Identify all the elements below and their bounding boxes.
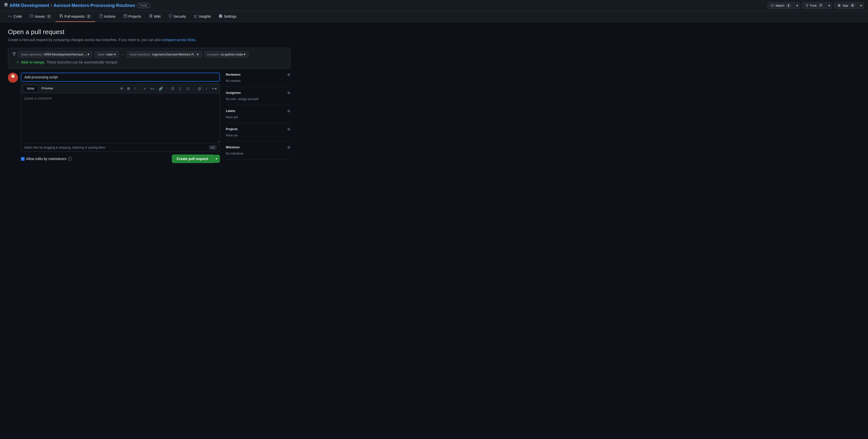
tab-wiki-label: Wiki [154,14,160,19]
pr-body-textarea[interactable] [21,93,220,143]
tab-code[interactable]: <> Code [4,11,26,22]
sidebar-projects-header: Projects ⚙ [226,127,290,131]
help-icon[interactable]: ? [68,157,72,161]
page-title: Open a pull request [8,28,290,36]
star-button[interactable]: Star 0 [834,2,858,9]
editor-tabs: Write Preview [23,85,57,92]
tab-security[interactable]: Security [165,11,190,22]
sidebar-projects-gear[interactable]: ⚙ [287,127,290,131]
repo-name[interactable]: Aerosol-Mentors-Processing-Routines [54,3,135,8]
allow-edits-label[interactable]: ✓ Allow edits by maintainers ? [21,157,72,161]
pr-title-input[interactable] [21,73,220,82]
base-repo-caret: ▾ [88,53,89,56]
heading-icon[interactable]: H [120,86,124,91]
sidebar-assignees-value: No one—assign yourself [226,97,258,101]
bold-icon[interactable]: B [126,86,131,91]
sidebar-assignees-gear[interactable]: ⚙ [287,91,290,95]
base-branch-caret: ▾ [114,53,116,56]
projects-icon [124,14,127,19]
sidebar-labels-header: Labels ⚙ [226,109,290,113]
italic-icon[interactable]: I [133,86,136,91]
main-content: Open a pull request Create a new pull re… [0,22,299,169]
fork-caret[interactable]: ▾ [827,2,832,9]
pr-form-footer: ✓ Allow edits by maintainers ? Create pu… [21,154,220,163]
repo-title: ARM-Development / Aerosol-Mentors-Proces… [4,3,151,8]
tab-insights[interactable]: Insights [190,11,215,22]
sidebar-projects-value: None yet [226,134,238,137]
mention-icon[interactable]: @ [197,86,202,91]
header-actions: Watch 1 ▾ Fork 7 ▾ Star 0 ▾ [767,2,864,9]
allow-edits-text: Allow edits by maintainers [26,157,66,161]
sidebar-milestone-title: Milestone [226,146,240,149]
top-bar: ARM-Development / Aerosol-Mentors-Proces… [0,0,868,11]
sidebar-milestone: Milestone ⚙ No milestone [226,141,290,159]
undo-icon[interactable]: ↩▾ [211,86,218,91]
allow-edits-checkbox[interactable]: ✓ [21,157,25,161]
preview-tab[interactable]: Preview [38,85,57,92]
wiki-icon [149,14,152,19]
tab-projects-label: Projects [129,14,141,19]
star-label: Star [842,4,848,7]
star-btn-group: Star 0 ▾ [834,2,864,9]
tab-settings-label: Settings [224,14,237,19]
watch-button[interactable]: Watch 1 [767,2,795,9]
base-branch-button[interactable]: base: main ▾ [94,51,119,58]
create-pr-button[interactable]: Create pull request [172,154,213,163]
code-icon[interactable]: <> [149,86,155,91]
pr-badge: 2 [86,14,91,19]
pr-icon [59,14,63,19]
create-pr-btn-group: Create pull request ▾ [172,154,220,163]
pr-sidebar: Reviewers ⚙ No reviews Assignees ⚙ No on… [226,73,290,159]
pr-form-layout: Write Preview H B I ≡ <> 🔗 ☰ 1. [8,73,290,163]
tab-security-label: Security [174,14,186,19]
ordered-list-icon[interactable]: 1. [178,86,183,91]
tab-settings[interactable]: Settings [215,11,241,22]
issues-icon [30,14,33,19]
tab-actions[interactable]: Actions [95,11,120,22]
sidebar-milestone-value: No milestone [226,152,243,155]
watch-caret[interactable]: ▾ [795,2,800,9]
merge-status: ✓ Able to merge. These branches can be a… [12,58,286,65]
quote-icon[interactable]: ≡ [143,86,147,91]
link-icon[interactable]: 🔗 [158,86,164,91]
watch-label: Watch [775,4,784,7]
user-avatar [8,73,18,83]
avatar-image [8,73,18,83]
unordered-list-icon[interactable]: ☰ [170,86,175,91]
fork-btn-group: Fork 7 ▾ [802,2,832,9]
fork-count: 7 [818,3,824,7]
tab-issues[interactable]: Issues 1 [26,11,56,22]
tab-pr-label: Pull requests [64,14,85,19]
base-repo-value: ARM-Development/Aerosol-... [43,53,87,56]
sidebar-milestone-header: Milestone ⚙ [226,145,290,149]
attach-bar: Attach files by dragging & dropping, sel… [21,144,220,152]
compare-forks-link[interactable]: compare across forks. [162,38,196,42]
sidebar-reviewers-gear[interactable]: ⚙ [287,73,290,77]
compare-branch-button[interactable]: compare: co-python-code ▾ [204,51,249,58]
create-pr-caret[interactable]: ▾ [213,155,220,163]
sidebar-labels-title: Labels [226,109,235,113]
toolbar-divider-2 [167,87,167,91]
fork-button[interactable]: Fork 7 [802,2,827,9]
base-branch-value: main [106,53,113,56]
tab-projects[interactable]: Projects [120,11,145,22]
tab-wiki[interactable]: Wiki [145,11,164,22]
branch-selector-row: base repository: ARM-Development/Aerosol… [12,51,286,58]
head-repo-button[interactable]: head repository: mgrover1/Aerosol-Mentor… [127,51,202,58]
pr-editor-row: Write Preview H B I ≡ <> 🔗 ☰ 1. [8,73,220,163]
nav-tabs: <> Code Issues 1 Pull requests 2 Actions… [0,11,868,22]
sidebar-labels-gear[interactable]: ⚙ [287,109,290,113]
toolbar-divider-1 [139,87,140,91]
org-name[interactable]: ARM-Development [9,3,49,8]
write-tab[interactable]: Write [23,85,38,92]
sidebar-reviewers: Reviewers ⚙ No reviews [226,73,290,87]
tab-pull-requests[interactable]: Pull requests 2 [56,11,95,22]
task-list-icon[interactable]: ☑ [185,86,190,91]
reference-icon[interactable]: ↕ [205,86,209,91]
star-caret[interactable]: ▾ [858,2,864,9]
sidebar-milestone-gear[interactable]: ⚙ [287,145,290,149]
sidebar-reviewers-value: No reviews [226,79,241,83]
compare-branch-value: co-python-code [221,53,243,56]
base-repo-button[interactable]: base repository: ARM-Development/Aerosol… [18,51,93,58]
sidebar-reviewers-title: Reviewers [226,73,241,77]
